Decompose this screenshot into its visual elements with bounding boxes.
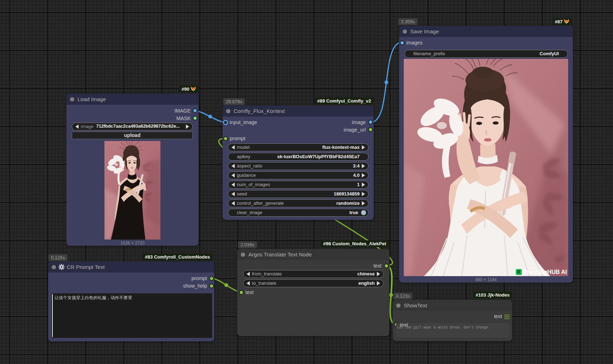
svg-text:RunningHUB AI: RunningHUB AI bbox=[524, 269, 567, 275]
svg-text:R: R bbox=[517, 270, 520, 275]
